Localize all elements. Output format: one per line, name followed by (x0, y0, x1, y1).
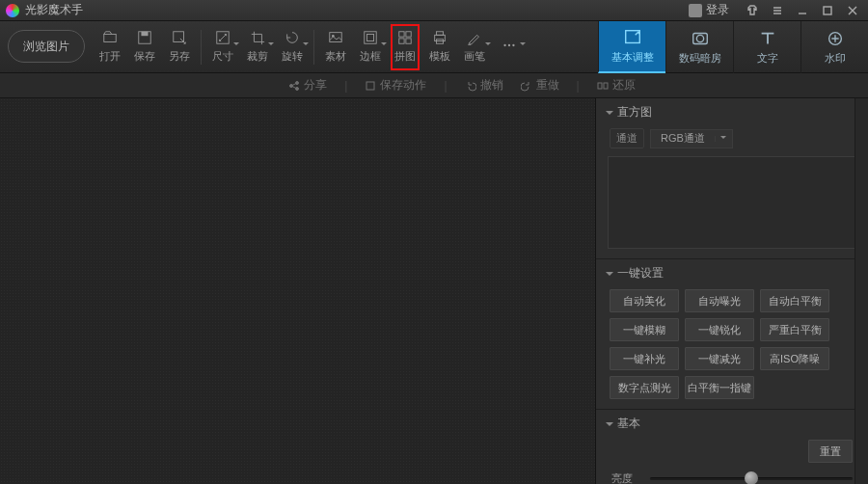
tool-frame[interactable]: 边框 (353, 21, 388, 73)
basic-header[interactable]: 基本 (606, 416, 858, 432)
frame-icon (362, 30, 379, 45)
menu-button[interactable] (768, 4, 787, 17)
svg-point-22 (696, 35, 703, 41)
material-icon (327, 30, 344, 45)
tool-print[interactable]: 模板 (422, 21, 457, 73)
svg-rect-29 (604, 83, 608, 89)
svg-point-17 (503, 43, 505, 45)
svg-rect-15 (436, 32, 443, 36)
minimize-button[interactable] (793, 4, 812, 17)
crop-icon (249, 30, 266, 45)
size-icon (214, 30, 231, 45)
svg-point-26 (296, 87, 299, 90)
close-button[interactable] (843, 4, 862, 17)
svg-rect-10 (399, 32, 404, 37)
more-icon (501, 38, 518, 53)
tool-size[interactable]: 尺寸 (205, 21, 240, 73)
svg-rect-0 (824, 7, 831, 14)
login-button[interactable]: 登录 (689, 2, 729, 18)
oneclick-header[interactable]: 一键设置 (606, 265, 858, 282)
collage-icon (396, 30, 414, 45)
svg-rect-1 (104, 34, 116, 41)
login-label: 登录 (706, 2, 729, 18)
reset-button[interactable]: 重置 (808, 440, 853, 463)
tool-rotate[interactable]: 旋转 (275, 21, 310, 73)
svg-point-19 (512, 43, 514, 45)
save-action-button[interactable]: 保存动作 (365, 77, 426, 94)
tool-brush[interactable]: 画笔 (457, 21, 492, 73)
svg-rect-12 (399, 39, 404, 43)
tool-open[interactable]: 打开 (93, 21, 127, 73)
oneclick-btn-10[interactable]: 白平衡一指键 (685, 376, 754, 399)
user-icon (689, 4, 702, 17)
svg-rect-3 (141, 32, 148, 36)
svg-point-25 (296, 81, 299, 84)
watermark-tab-icon (825, 29, 846, 48)
brightness-label: 亮度 (611, 471, 640, 485)
oneclick-btn-0[interactable]: 自动美化 (610, 289, 679, 312)
oneclick-btn-2[interactable]: 自动白平衡 (760, 289, 829, 312)
oneclick-btn-5[interactable]: 严重白平衡 (760, 318, 829, 341)
browse-button[interactable]: 浏览图片 (8, 30, 85, 63)
canvas-area[interactable] (0, 98, 596, 484)
svg-point-18 (508, 43, 510, 45)
svg-rect-8 (365, 32, 376, 43)
oneclick-btn-7[interactable]: 一键减光 (685, 347, 754, 370)
svg-rect-13 (406, 39, 411, 43)
undo-button[interactable]: 撤销 (465, 77, 503, 94)
side-scrollbar[interactable] (854, 98, 868, 484)
save-icon (136, 30, 153, 45)
svg-rect-9 (366, 34, 373, 40)
oneclick-btn-1[interactable]: 自动曝光 (685, 289, 754, 312)
text-tab-icon (757, 29, 778, 48)
tool-saveas[interactable]: 另存 (162, 21, 197, 73)
svg-rect-11 (406, 32, 411, 37)
compare-button[interactable]: 还原 (597, 77, 636, 94)
oneclick-btn-8[interactable]: 高ISO降噪 (760, 347, 829, 370)
skin-button[interactable] (743, 4, 762, 17)
channel-select[interactable]: RGB通道 (650, 129, 733, 148)
svg-rect-27 (366, 82, 374, 90)
tool-more[interactable] (492, 21, 527, 73)
histogram-header[interactable]: 直方图 (606, 104, 858, 121)
oneclick-btn-9[interactable]: 数字点测光 (610, 376, 679, 399)
app-logo-icon (6, 4, 19, 17)
tab-watermark[interactable]: 水印 (800, 21, 868, 73)
saveas-icon (171, 30, 188, 45)
oneclick-btn-3[interactable]: 一键模糊 (610, 318, 679, 341)
app-title: 光影魔术手 (25, 2, 83, 18)
tab-text[interactable]: 文字 (733, 21, 800, 73)
chevron-down-icon (715, 136, 732, 142)
oneclick-btn-6[interactable]: 一键补光 (610, 347, 679, 370)
print-icon (431, 30, 448, 45)
svg-rect-28 (598, 83, 602, 89)
tool-save[interactable]: 保存 (127, 21, 162, 73)
oneclick-btn-4[interactable]: 一键锐化 (685, 318, 754, 341)
svg-rect-6 (330, 33, 341, 42)
tool-material[interactable]: 素材 (318, 21, 353, 73)
channel-label: 通道 (610, 128, 644, 148)
brightness-slider[interactable] (650, 471, 853, 484)
tool-collage[interactable]: 拼图 (388, 21, 422, 73)
brush-icon (466, 30, 483, 45)
tab-darkroom[interactable]: 数码暗房 (665, 21, 733, 73)
basic-tab-icon (622, 28, 643, 47)
svg-point-24 (290, 84, 293, 87)
share-button[interactable]: 分享 (288, 77, 327, 94)
tool-crop[interactable]: 裁剪 (240, 21, 275, 73)
tab-basic[interactable]: 基本调整 (598, 21, 665, 73)
histogram-display (608, 156, 856, 249)
rotate-icon (284, 30, 301, 45)
maximize-button[interactable] (818, 4, 837, 17)
redo-button[interactable]: 重做 (521, 77, 559, 94)
darkroom-tab-icon (690, 29, 711, 48)
open-icon (101, 30, 119, 45)
